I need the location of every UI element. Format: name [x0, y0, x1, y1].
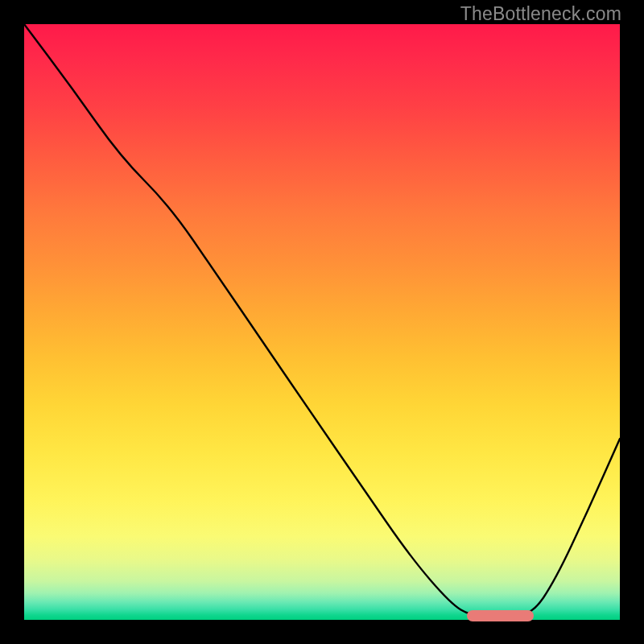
- chart-frame: TheBottleneck.com: [0, 0, 644, 644]
- optimal-range-marker: [467, 610, 534, 621]
- bottleneck-curve: [24, 24, 620, 620]
- plot-area: [24, 24, 620, 620]
- watermark-label: TheBottleneck.com: [460, 3, 621, 25]
